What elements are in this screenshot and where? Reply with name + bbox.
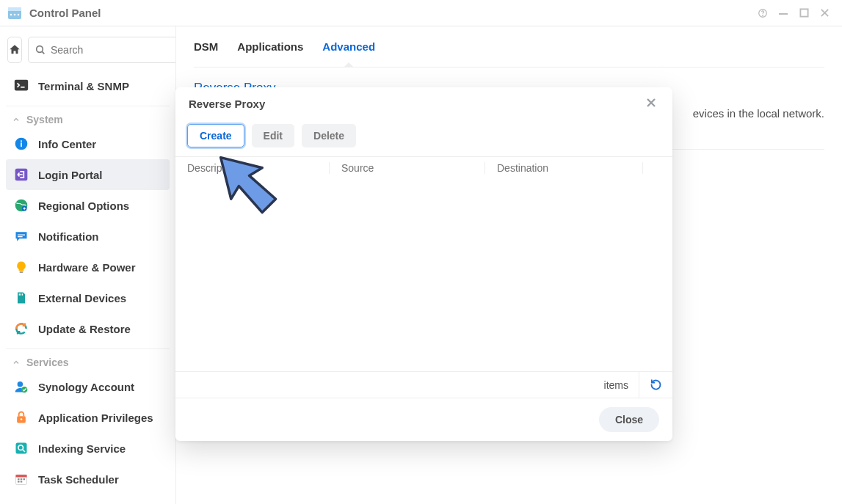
sidebar-item-external-devices[interactable]: External Devices bbox=[6, 282, 170, 313]
sidebar-item-label: Application Privileges bbox=[38, 412, 153, 424]
maximize-button[interactable] bbox=[794, 3, 814, 23]
sd-card-icon bbox=[13, 290, 29, 306]
sidebar-item-indexing-service[interactable]: Indexing Service bbox=[6, 433, 170, 464]
svg-rect-17 bbox=[18, 235, 25, 235]
sidebar-item-task-scheduler[interactable]: Task Scheduler bbox=[6, 464, 170, 494]
svg-point-13 bbox=[21, 140, 22, 142]
svg-rect-35 bbox=[21, 481, 23, 483]
refresh-button[interactable] bbox=[639, 372, 662, 398]
sidebar-item-application-privileges[interactable]: Application Privileges bbox=[6, 402, 170, 433]
svg-rect-10 bbox=[15, 80, 28, 91]
svg-rect-31 bbox=[18, 478, 20, 480]
minimize-button[interactable] bbox=[773, 3, 794, 23]
svg-rect-32 bbox=[21, 478, 23, 480]
sidebar-item-hardware-power[interactable]: Hardware & Power bbox=[6, 252, 170, 282]
sidebar-section-system[interactable]: System bbox=[6, 106, 170, 128]
dialog-close-button[interactable] bbox=[643, 93, 659, 114]
items-count-label: items bbox=[604, 379, 628, 391]
terminal-icon bbox=[13, 78, 29, 94]
dialog-footer: Close bbox=[175, 398, 672, 441]
dialog-header: Reverse Proxy bbox=[175, 87, 672, 120]
sidebar-item-label: Update & Restore bbox=[38, 323, 131, 335]
close-button[interactable]: Close bbox=[599, 407, 659, 432]
col-source[interactable]: Source bbox=[330, 162, 485, 174]
create-button[interactable]: Create bbox=[187, 124, 244, 147]
chat-icon bbox=[13, 228, 29, 244]
sidebar-item-update-restore[interactable]: Update & Restore bbox=[6, 313, 170, 344]
col-description[interactable]: Description bbox=[175, 162, 330, 174]
home-icon bbox=[8, 43, 21, 56]
svg-rect-21 bbox=[21, 293, 21, 296]
sidebar-item-label: Synology Account bbox=[38, 381, 134, 393]
home-button[interactable] bbox=[7, 37, 22, 63]
search-input[interactable] bbox=[51, 44, 176, 56]
window-title: Control Panel bbox=[29, 7, 752, 19]
tab-applications[interactable]: Applications bbox=[237, 27, 303, 66]
svg-rect-19 bbox=[20, 271, 23, 273]
svg-point-6 bbox=[763, 15, 763, 15]
close-window-button[interactable] bbox=[814, 3, 835, 23]
lock-icon bbox=[13, 409, 29, 426]
sidebar-item-label: Notification bbox=[38, 230, 99, 243]
svg-rect-20 bbox=[19, 293, 20, 296]
svg-rect-33 bbox=[23, 478, 26, 480]
tab-bar: DSM Applications Advanced bbox=[194, 26, 824, 67]
account-icon bbox=[13, 379, 29, 395]
sidebar-item-label: Info Center bbox=[38, 138, 96, 150]
search-box[interactable] bbox=[28, 37, 176, 63]
control-panel-window: Control Panel Terminal & SNMP bbox=[0, 0, 842, 504]
svg-rect-8 bbox=[800, 9, 807, 16]
login-portal-icon bbox=[13, 167, 29, 183]
titlebar: Control Panel bbox=[0, 0, 842, 26]
sidebar-item-label: Login Portal bbox=[38, 169, 103, 181]
calendar-icon bbox=[13, 471, 29, 487]
dialog-toolbar: Create Edit Delete bbox=[175, 120, 672, 156]
svg-point-2 bbox=[10, 13, 12, 15]
svg-rect-7 bbox=[779, 13, 788, 15]
sidebar-item-label: Hardware & Power bbox=[38, 261, 136, 274]
close-icon bbox=[646, 98, 656, 108]
svg-point-4 bbox=[18, 13, 20, 15]
sidebar-item-regional-options[interactable]: Regional Options bbox=[6, 190, 170, 221]
sidebar-item-label: Indexing Service bbox=[38, 442, 126, 455]
sidebar: Terminal & SNMP System Info Center Login… bbox=[0, 26, 176, 504]
globe-icon bbox=[13, 197, 29, 213]
svg-rect-27 bbox=[16, 443, 27, 454]
sidebar-item-info-center[interactable]: Info Center bbox=[6, 128, 170, 159]
svg-rect-1 bbox=[8, 7, 21, 11]
dialog-status-bar: items bbox=[175, 372, 672, 398]
sidebar-section-services[interactable]: Services bbox=[6, 348, 170, 371]
help-button[interactable] bbox=[752, 3, 773, 23]
svg-rect-22 bbox=[22, 293, 23, 296]
svg-point-26 bbox=[21, 418, 23, 420]
bulb-icon bbox=[13, 259, 29, 275]
svg-rect-34 bbox=[18, 481, 20, 483]
sidebar-item-label: Regional Options bbox=[38, 200, 129, 212]
delete-button: Delete bbox=[302, 124, 356, 147]
info-icon bbox=[13, 136, 29, 152]
sidebar-item-notification[interactable]: Notification bbox=[6, 221, 170, 252]
app-icon bbox=[7, 6, 22, 21]
table-body-empty bbox=[175, 179, 672, 371]
index-search-icon bbox=[13, 440, 29, 456]
tab-dsm[interactable]: DSM bbox=[194, 27, 218, 66]
svg-rect-30 bbox=[16, 475, 27, 477]
sidebar-item-login-portal[interactable]: Login Portal bbox=[6, 159, 170, 190]
proxy-table: Description Source Destination bbox=[175, 156, 672, 372]
sidebar-item-terminal-snmp[interactable]: Terminal & SNMP bbox=[6, 70, 170, 101]
sidebar-item-label: Terminal & SNMP bbox=[38, 80, 129, 92]
sidebar-item-label: External Devices bbox=[38, 292, 126, 304]
dialog-title: Reverse Proxy bbox=[189, 98, 643, 110]
svg-rect-12 bbox=[21, 142, 22, 147]
reverse-proxy-dialog: Reverse Proxy Create Edit Delete Descrip… bbox=[175, 87, 672, 441]
refresh-icon bbox=[650, 379, 662, 391]
sidebar-item-synology-account[interactable]: Synology Account bbox=[6, 371, 170, 402]
col-destination[interactable]: Destination bbox=[485, 162, 643, 174]
svg-point-3 bbox=[14, 13, 16, 15]
sidebar-item-label: Task Scheduler bbox=[38, 473, 119, 486]
table-header: Description Source Destination bbox=[175, 157, 672, 179]
sync-icon bbox=[13, 321, 29, 337]
tab-advanced[interactable]: Advanced bbox=[322, 27, 375, 66]
svg-point-23 bbox=[18, 381, 23, 387]
svg-point-9 bbox=[37, 46, 43, 53]
